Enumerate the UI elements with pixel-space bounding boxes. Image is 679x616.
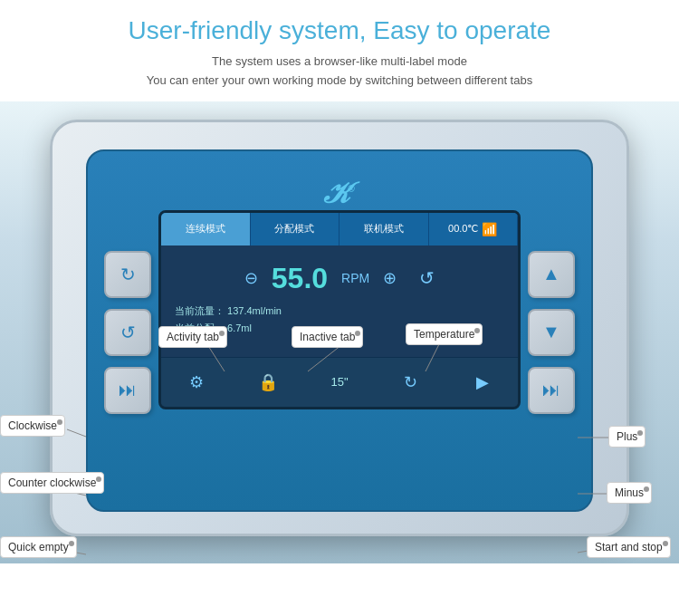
device-screen: 连续模式 分配模式 联机模式 00.0℃ 📶 ⊖ 55.0 RPM ⊕ ↺ [158, 210, 521, 409]
rpm-unit: RPM [341, 271, 369, 285]
flow-label: 当前流量： [175, 305, 225, 316]
device-area: 𝒦® 连续模式 分配模式 联机模式 00.0℃ 📶 ⊖ 55. [0, 101, 679, 563]
annotation-quick-empty: Quick empty [0, 536, 77, 558]
annotation-clockwise: Clockwise [0, 415, 65, 437]
clockwise-button[interactable]: ↻ [104, 251, 151, 298]
page-header: User-friendly system, Easy to operate Th… [0, 0, 679, 101]
annotation-inactive-tab: Inactive tab [292, 326, 363, 348]
tab-continuous[interactable]: 连续模式 [161, 213, 251, 245]
flow-value: 137.4ml/min [227, 305, 282, 316]
minus-button[interactable]: ▼ [528, 309, 575, 356]
right-buttons: ▲ ▼ ⏭ [528, 251, 575, 414]
registered-mark: ® [348, 184, 354, 194]
tab-connected[interactable]: 联机模式 [340, 213, 429, 245]
timer-display: 15" [323, 366, 356, 399]
annotation-plus: Plus [608, 426, 646, 448]
quick-empty-button[interactable]: ⏭ [104, 367, 151, 414]
rpm-display: ⊖ 55.0 RPM ⊕ ↺ [175, 262, 504, 295]
annotation-start-stop: Start and stop [587, 536, 671, 558]
lock-icon[interactable]: 🔒 [252, 366, 284, 399]
screen-tabs: 连续模式 分配模式 联机模式 00.0℃ 📶 [161, 213, 518, 245]
annotation-temperature: Temperature [406, 323, 483, 345]
settings-icon[interactable]: ⚙ [180, 366, 213, 399]
brand-logo: 𝒦® [324, 177, 354, 210]
counter-clockwise-button[interactable]: ↺ [104, 309, 151, 356]
screen-bottom-bar: ⚙ 🔒 15" ↻ ▶ [161, 357, 518, 407]
subtitle-1: The system uses a browser-like multi-lab… [18, 53, 661, 72]
play-icon[interactable]: ▶ [466, 366, 499, 399]
left-buttons: ↻ ↺ ⏭ [104, 251, 151, 414]
rpm-value: 55.0 [272, 262, 328, 295]
start-stop-button[interactable]: ⏭ [528, 367, 575, 414]
annotation-activity-tab: Activity tab [158, 326, 227, 348]
plus-button[interactable]: ▲ [528, 251, 575, 298]
signal-icon: 📶 [482, 222, 497, 236]
page-title: User-friendly system, Easy to operate [18, 16, 661, 45]
rpm-increase-icon[interactable]: ⊕ [383, 268, 397, 288]
flow-info: 当前流量： 137.4ml/min [175, 303, 504, 321]
subtitle-2: You can enter your own working mode by s… [18, 72, 661, 91]
tab-temperature[interactable]: 00.0℃ 📶 [429, 213, 519, 245]
annotation-counter-clockwise: Counter clockwise [0, 472, 104, 494]
refresh-icon[interactable]: ↺ [419, 267, 435, 289]
rpm-decrease-icon[interactable]: ⊖ [244, 268, 258, 288]
tab-distribute[interactable]: 分配模式 [251, 213, 340, 245]
dist-value: 6.7ml [227, 322, 252, 333]
direction-icon[interactable]: ↻ [395, 366, 427, 399]
annotation-minus: Minus [607, 482, 652, 504]
